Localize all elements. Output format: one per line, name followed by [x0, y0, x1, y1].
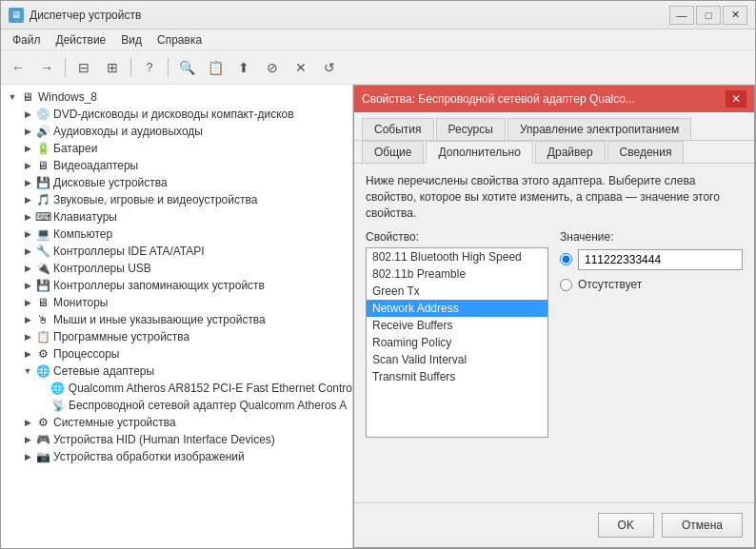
- list-item[interactable]: Roaming Policy: [367, 334, 547, 351]
- tab-events[interactable]: События: [362, 118, 434, 140]
- list-item[interactable]: ▶ 🖥 Видеоадаптеры: [1, 157, 352, 174]
- list-item-selected[interactable]: Network Address: [367, 300, 547, 317]
- list-item[interactable]: ▶ 💾 Контроллеры запоминающих устройств: [1, 277, 352, 294]
- list-item[interactable]: ▶ 📋 Программные устройства: [1, 328, 352, 345]
- menu-view[interactable]: Вид: [113, 31, 149, 49]
- maximize-button[interactable]: □: [696, 6, 721, 25]
- list-item[interactable]: ▶ 🌐 Qualcomm Atheros AR8152 PCI-E Fast E…: [1, 380, 352, 397]
- list-item[interactable]: ▶ 🔋 Батареи: [1, 140, 352, 157]
- value-radio-1[interactable]: [560, 253, 572, 265]
- list-item[interactable]: ▶ 🔧 Контроллеры IDE ATA/ATAPI: [1, 243, 352, 260]
- property-list-section: Свойство: 802.11 Bluetooth High Speed 80…: [366, 230, 548, 438]
- network-icon: 🌐: [35, 363, 50, 379]
- list-item[interactable]: ▶ 💿 DVD-дисководы и дисководы компакт-ди…: [1, 106, 352, 123]
- wireless-icon: 📡: [50, 398, 66, 413]
- arrow: ▶: [20, 209, 35, 225]
- right-panel: Свойства: Беспроводной сетевой адаптер Q…: [353, 85, 755, 548]
- refresh-button[interactable]: ↺: [316, 54, 343, 81]
- tree-panel[interactable]: ▼ 🖥 Windows_8 ▶ 💿 DVD-дисководы и дисков…: [1, 85, 353, 548]
- proc-icon: ⚙: [35, 346, 50, 362]
- list-item[interactable]: ▶ ⌨ Клавиатуры: [1, 208, 352, 225]
- cancel-button[interactable]: Отмена: [662, 513, 743, 538]
- title-bar-left: 🖥 Диспетчер устройств: [9, 8, 141, 23]
- menu-action[interactable]: Действие: [49, 31, 114, 49]
- dialog-close-button[interactable]: ✕: [726, 90, 746, 108]
- tab-details[interactable]: Сведения: [607, 141, 685, 163]
- dialog-tabs-row1: События Ресурсы Управление электропитани…: [354, 112, 754, 141]
- separator-3: [168, 58, 169, 77]
- tab-driver[interactable]: Драйвер: [535, 141, 606, 163]
- help-button[interactable]: ?: [136, 54, 163, 81]
- props-button[interactable]: 📋: [202, 54, 229, 81]
- app-icon: 🖥: [9, 8, 24, 23]
- tree-root[interactable]: ▼ 🖥 Windows_8: [1, 88, 352, 106]
- disk-icon: 💾: [35, 175, 50, 190]
- list-item[interactable]: ▶ 🔌 Контроллеры USB: [1, 260, 352, 277]
- update-button[interactable]: ⬆: [230, 54, 257, 81]
- title-bar: 🖥 Диспетчер устройств — □ ✕: [1, 1, 755, 29]
- tree-label: Беспроводной сетевой адаптер Qualcomm At…: [69, 399, 347, 412]
- arrow: ▶: [20, 192, 35, 207]
- minimize-button[interactable]: —: [669, 6, 694, 25]
- mouse-icon: 🖱: [35, 312, 50, 327]
- collapse-button[interactable]: ⊟: [70, 54, 97, 81]
- value-text-input[interactable]: [578, 249, 743, 270]
- value-section: Значение: Отсутствует: [560, 230, 743, 438]
- arrow: ▶: [20, 278, 35, 293]
- tab-advanced[interactable]: Дополнительно: [426, 141, 532, 164]
- list-item[interactable]: ▼ 🌐 Сетевые адаптеры: [1, 363, 352, 380]
- back-button[interactable]: ←: [5, 54, 31, 81]
- property-list-label: Свойство:: [366, 230, 548, 244]
- list-item[interactable]: Receive Buffers: [367, 317, 547, 334]
- list-item[interactable]: ▶ 🎮 Устройства HID (Human Interface Devi…: [1, 431, 352, 448]
- tree-label: Мониторы: [53, 296, 108, 309]
- arrow: ▶: [20, 226, 35, 242]
- menu-help[interactable]: Справка: [149, 31, 209, 49]
- list-item[interactable]: ▶ 💾 Дисковые устройства: [1, 174, 352, 191]
- list-item[interactable]: ▶ 🖱 Мыши и иные указывающие устройства: [1, 311, 352, 328]
- window-title: Диспетчер устройств: [30, 9, 141, 22]
- tab-power[interactable]: Управление электропитанием: [507, 118, 691, 140]
- arrow: ▶: [20, 158, 35, 173]
- arrow: ▶: [20, 175, 35, 190]
- battery-icon: 🔋: [35, 141, 50, 156]
- computer-icon: 💻: [35, 226, 50, 242]
- arrow: ▶: [20, 107, 35, 122]
- list-item[interactable]: 802.11 Bluetooth High Speed: [367, 248, 547, 265]
- ok-button[interactable]: OK: [598, 513, 654, 538]
- list-item[interactable]: Green Tx: [367, 283, 547, 300]
- uninstall-button[interactable]: ✕: [288, 54, 314, 81]
- list-item[interactable]: Transmit Buffers: [367, 368, 547, 385]
- list-item[interactable]: ▶ 📷 Устройства обработки изображений: [1, 448, 352, 465]
- list-item[interactable]: ▶ ⚙ Системные устройства: [1, 414, 352, 431]
- property-list[interactable]: 802.11 Bluetooth High Speed 802.11b Prea…: [366, 247, 548, 438]
- disable-button[interactable]: ⊘: [259, 54, 286, 81]
- tree-root-label: Windows_8: [38, 90, 97, 104]
- ide-icon: 🔧: [35, 244, 50, 259]
- sound-icon: 🎵: [35, 192, 50, 207]
- tree-label: Сетевые адаптеры: [53, 364, 154, 378]
- list-item[interactable]: ▶ 📡 Беспроводной сетевой адаптер Qualcom…: [1, 397, 352, 414]
- tree-label: Qualcomm Atheros AR8152 PCI-E Fast Ether…: [69, 382, 352, 395]
- list-item[interactable]: ▶ 💻 Компьютер: [1, 225, 352, 243]
- value-radio-2[interactable]: [560, 279, 572, 291]
- arrow: ▶: [20, 244, 35, 259]
- list-item[interactable]: ▶ ⚙ Процессоры: [1, 345, 352, 363]
- value-label: Значение:: [560, 230, 743, 244]
- list-item[interactable]: ▶ 🔊 Аудиовходы и аудиовыходы: [1, 123, 352, 140]
- expand-button[interactable]: ⊞: [99, 54, 126, 81]
- list-item[interactable]: Scan Valid Interval: [367, 351, 547, 368]
- tab-resources[interactable]: Ресурсы: [436, 118, 506, 140]
- tab-general[interactable]: Общие: [362, 141, 424, 163]
- menu-file[interactable]: Файл: [5, 31, 49, 49]
- arrow: ▶: [20, 329, 35, 344]
- property-area: Свойство: 802.11 Bluetooth High Speed 80…: [366, 230, 743, 438]
- forward-button[interactable]: →: [33, 54, 60, 81]
- dialog-title-bar: Свойства: Беспроводной сетевой адаптер Q…: [354, 86, 754, 112]
- list-item[interactable]: 802.11b Preamble: [367, 265, 547, 283]
- close-button[interactable]: ✕: [723, 6, 747, 25]
- arrow: ▶: [20, 141, 35, 156]
- scan-button[interactable]: 🔍: [173, 54, 200, 81]
- list-item[interactable]: ▶ 🎵 Звуковые, игровые и видеоустройства: [1, 191, 352, 208]
- list-item[interactable]: ▶ 🖥 Мониторы: [1, 294, 352, 311]
